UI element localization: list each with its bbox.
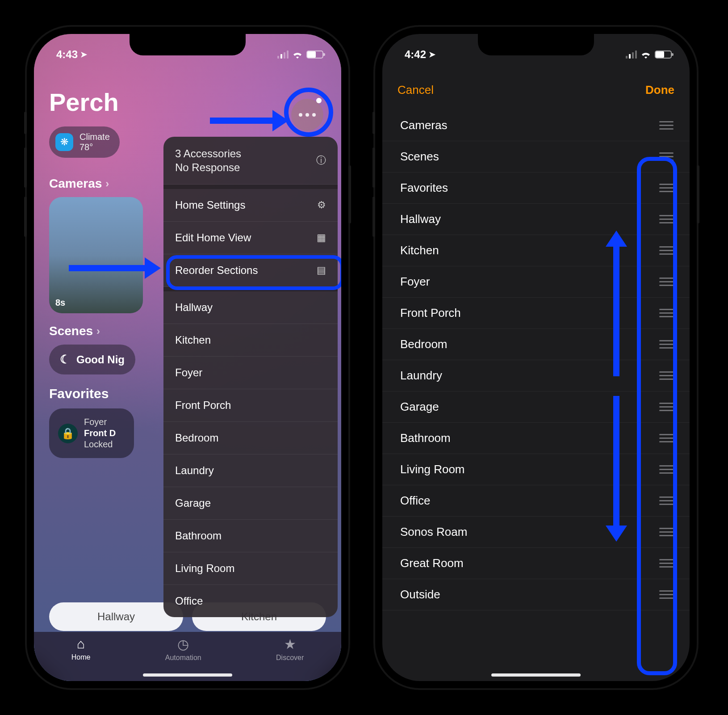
section-title: Scenes xyxy=(49,324,93,338)
drag-handle-icon[interactable] xyxy=(659,371,674,380)
room-pill[interactable]: Hallway xyxy=(49,602,183,631)
menu-home-settings[interactable]: Home Settings ⚙ xyxy=(163,189,338,222)
lock-icon: 🔒 xyxy=(58,424,78,443)
status-line2: No Response xyxy=(175,161,240,173)
wifi-icon xyxy=(640,50,651,59)
drag-handle-icon[interactable] xyxy=(659,340,674,349)
list-item[interactable]: Sonos Roam xyxy=(382,517,690,548)
drag-handle-icon[interactable] xyxy=(659,465,674,474)
status-time: 4:42 ➤ xyxy=(405,48,435,61)
tab-home[interactable]: ⌂ Home xyxy=(71,636,91,661)
fav-room: Foyer xyxy=(84,417,107,427)
camera-timestamp: 8s xyxy=(55,298,65,308)
drag-handle-icon[interactable] xyxy=(659,496,674,505)
menu-edit-home-view[interactable]: Edit Home View ▦ xyxy=(163,222,338,254)
drag-handle-icon[interactable] xyxy=(659,434,674,442)
status-line1: 3 Accessories xyxy=(175,147,241,160)
menu-room[interactable]: Front Porch xyxy=(163,389,338,422)
row-label: Cameras xyxy=(400,118,447,132)
row-label: Office xyxy=(400,494,430,508)
menu-label: Office xyxy=(175,595,203,607)
row-label: Great Room xyxy=(400,556,464,570)
notch xyxy=(130,34,246,55)
list-item[interactable]: Bathroom xyxy=(382,423,690,454)
list-item[interactable]: Laundry xyxy=(382,360,690,391)
list-icon: ▤ xyxy=(317,265,326,276)
favorite-lock-card[interactable]: 🔒 Foyer Front D Locked xyxy=(49,408,134,458)
drag-handle-icon[interactable] xyxy=(659,590,674,599)
more-button[interactable] xyxy=(291,99,323,131)
menu-room[interactable]: Office xyxy=(163,585,338,617)
location-icon: ➤ xyxy=(80,50,87,59)
climate-temp: 78° xyxy=(79,142,110,152)
list-item[interactable]: Cameras xyxy=(382,110,690,141)
modal-nav: Cancel Done xyxy=(382,74,690,105)
list-item[interactable]: Garage xyxy=(382,391,690,423)
list-item[interactable]: Scenes xyxy=(382,141,690,172)
scene-good-night[interactable]: ☾ Good Nig xyxy=(49,345,135,374)
favorite-text: Foyer Front D Locked xyxy=(84,416,116,450)
menu-label: Garage xyxy=(175,497,211,509)
tab-discover[interactable]: ★ Discover xyxy=(276,636,304,662)
clock-icon: ◷ xyxy=(177,636,189,652)
menu-label: Kitchen xyxy=(175,334,211,346)
list-item[interactable]: Office xyxy=(382,485,690,517)
menu-status-row[interactable]: 3 Accessories No Response ⓘ xyxy=(163,137,338,185)
menu-room[interactable]: Foyer xyxy=(163,357,338,389)
menu-room[interactable]: Bedroom xyxy=(163,422,338,454)
climate-pill[interactable]: ❋ Climate 78° xyxy=(49,126,120,158)
list-item[interactable]: Outside xyxy=(382,579,690,610)
recording-indicator-icon xyxy=(316,98,322,103)
drag-handle-icon[interactable] xyxy=(659,121,674,130)
list-item[interactable]: Kitchen xyxy=(382,235,690,266)
row-label: Favorites xyxy=(400,181,448,195)
menu-label: Bathroom xyxy=(175,530,222,542)
row-label: Laundry xyxy=(400,369,442,383)
drag-handle-icon[interactable] xyxy=(659,528,674,536)
menu-room[interactable]: Garage xyxy=(163,487,338,520)
drag-handle-icon[interactable] xyxy=(659,184,674,192)
menu-room[interactable]: Living Room xyxy=(163,552,338,585)
row-label: Scenes xyxy=(400,150,439,164)
row-label: Living Room xyxy=(400,463,465,476)
drag-handle-icon[interactable] xyxy=(659,215,674,223)
camera-thumbnail[interactable]: 8s xyxy=(49,197,143,313)
notch xyxy=(478,34,594,55)
home-indicator xyxy=(491,673,581,677)
menu-label: Hallway xyxy=(175,301,213,314)
row-label: Hallway xyxy=(400,212,441,226)
list-item[interactable]: Bedroom xyxy=(382,329,690,360)
cancel-button[interactable]: Cancel xyxy=(397,83,434,97)
menu-room[interactable]: Laundry xyxy=(163,454,338,487)
moon-icon: ☾ xyxy=(60,353,70,366)
list-item[interactable]: Favorites xyxy=(382,172,690,204)
home-name: Perch xyxy=(49,88,326,117)
menu-label: Living Room xyxy=(175,562,234,575)
menu-room[interactable]: Hallway xyxy=(163,291,338,324)
list-item[interactable]: Front Porch xyxy=(382,298,690,329)
screen-left: 4:43 ➤ Perch ❋ Climate 78° xyxy=(34,34,341,681)
list-item[interactable]: Foyer xyxy=(382,266,690,298)
menu-label: Edit Home View xyxy=(175,231,251,244)
row-label: Outside xyxy=(400,588,440,601)
drag-handle-icon[interactable] xyxy=(659,559,674,568)
drag-handle-icon[interactable] xyxy=(659,309,674,317)
drag-handle-icon[interactable] xyxy=(659,246,674,255)
menu-label: Reorder Sections xyxy=(175,264,258,277)
list-item[interactable]: Great Room xyxy=(382,548,690,579)
drag-handle-icon[interactable] xyxy=(659,403,674,411)
list-item[interactable]: Living Room xyxy=(382,454,690,485)
phone-frame-right: 4:42 ➤ Cancel Done Cameras Scenes Favori… xyxy=(375,27,697,688)
drag-handle-icon[interactable] xyxy=(659,278,674,286)
drag-handle-icon[interactable] xyxy=(659,152,674,161)
tab-label: Automation xyxy=(165,654,201,662)
list-item[interactable]: Hallway xyxy=(382,204,690,235)
row-label: Sonos Roam xyxy=(400,525,467,539)
done-button[interactable]: Done xyxy=(645,83,674,97)
menu-reorder-sections[interactable]: Reorder Sections ▤ xyxy=(163,254,338,287)
menu-room[interactable]: Bathroom xyxy=(163,520,338,552)
ellipsis-icon xyxy=(299,113,316,117)
row-label: Front Porch xyxy=(400,306,461,320)
menu-room[interactable]: Kitchen xyxy=(163,324,338,357)
tab-automation[interactable]: ◷ Automation xyxy=(165,636,201,662)
